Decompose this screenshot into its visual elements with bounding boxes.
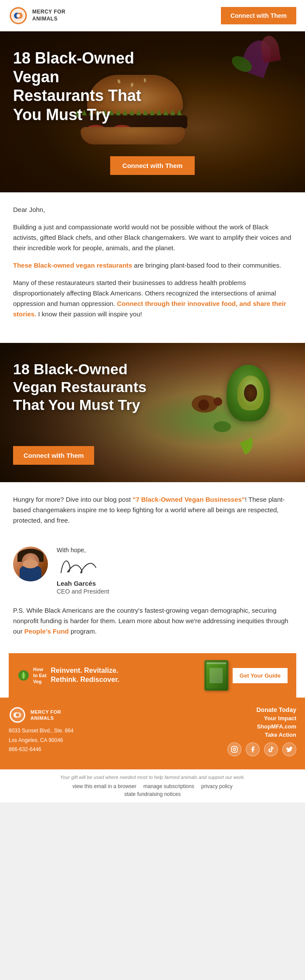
svg-point-15 — [236, 748, 236, 748]
view-email-link[interactable]: view this email in a browser — [72, 783, 136, 789]
footer-address-line1: 8033 Sunset Blvd., Ste. 864 — [9, 726, 74, 736]
hev-banner: How to Eat Veg Reinvent. Revitalize. Ret… — [9, 653, 296, 698]
ps-peoples-fund-link[interactable]: People's Fund — [24, 628, 69, 635]
subfooter-links: view this email in a browser manage subs… — [9, 783, 296, 789]
para2: These Black-owned vegan restaurants are … — [13, 260, 292, 271]
para1: Building a just and compassionate world … — [13, 222, 292, 253]
para3-end: I know their passion will inspire you! — [36, 310, 142, 318]
footer-logo-area: MERCY FOR ANIMALS — [9, 706, 74, 724]
para3: Many of these restaurateurs started thei… — [13, 278, 292, 319]
sig-script — [57, 555, 109, 577]
mfa-logo-icon — [9, 6, 28, 25]
footer-left: MERCY FOR ANIMALS 8033 Sunset Blvd., Ste… — [9, 706, 74, 755]
instagram-icon[interactable] — [227, 742, 241, 756]
footer-impact-link[interactable]: Your Impact — [227, 715, 296, 722]
footer-top: MERCY FOR ANIMALS 8033 Sunset Blvd., Ste… — [9, 706, 296, 756]
hero2-section: 18 Black-Owned Vegan Restaurants That Yo… — [0, 343, 305, 482]
subfooter: Your gift will be used where needed most… — [0, 769, 305, 802]
hev-book-image — [204, 660, 228, 691]
logo-text: MERCY FOR ANIMALS — [32, 9, 65, 22]
svg-point-14 — [233, 748, 235, 750]
blog-text-start: Hungry for more? Dive into our blog post — [13, 496, 132, 503]
blog-para: Hungry for more? Dive into our blog post… — [13, 494, 292, 526]
header-cta-button[interactable]: Connect with Them — [221, 7, 296, 24]
hero2-title: 18 Black-Owned Vegan Restaurants That Yo… — [13, 360, 148, 413]
leaf-icon — [17, 669, 30, 681]
signature-content: With hope, Leah Garcés CEO and President — [57, 547, 109, 595]
hero1-section: 18 Black-Owned Vegan Restaurants That Yo… — [0, 31, 305, 192]
hev-logo-area: How to Eat Veg — [17, 666, 47, 685]
hero1-title: 18 Black-Owned Vegan Restaurants That Yo… — [13, 49, 152, 124]
footer: MERCY FOR ANIMALS 8033 Sunset Blvd., Ste… — [0, 698, 305, 769]
sig-name: Leah Garcés — [57, 580, 109, 587]
tiktok-icon[interactable] — [264, 742, 278, 756]
twitter-icon[interactable] — [282, 742, 296, 756]
logo-area: MERCY FOR ANIMALS — [9, 6, 65, 25]
state-fundraising-link[interactable]: state fundraising notices — [124, 791, 180, 797]
body-text-section: Dear John, Building a just and compassio… — [0, 192, 305, 339]
avatar — [13, 547, 48, 581]
hev-get-guide-button[interactable]: Get Your Guide — [233, 668, 288, 683]
footer-address: 8033 Sunset Blvd., Ste. 864 Los Angeles,… — [9, 726, 74, 755]
footer-address-line2: Los Angeles, CA 90046 — [9, 736, 74, 745]
greeting: Dear John, — [13, 205, 292, 215]
footer-right: Donate Today Your Impact ShopMFA.com Tak… — [227, 706, 296, 756]
footer-shop-link[interactable]: ShopMFA.com — [227, 723, 296, 730]
hero1-cta-button[interactable]: Connect with Them — [110, 156, 195, 175]
hero2-cta-button[interactable]: Connect with Them — [13, 446, 94, 465]
footer-phone: 866-632-6446 — [9, 745, 74, 755]
footer-social — [227, 742, 296, 756]
para2-rest: are bringing plant-based food to their c… — [132, 262, 281, 269]
header: MERCY FOR ANIMALS Connect with Them — [0, 0, 305, 31]
blog-link[interactable]: "7 Black-Owned Vegan Businesses" — [132, 496, 245, 503]
footer-links: Donate Today Your Impact ShopMFA.com Tak… — [227, 706, 296, 738]
footer-donate-link[interactable]: Donate Today — [227, 706, 296, 713]
privacy-link[interactable]: privacy policy — [201, 783, 233, 789]
ps-section: P.S. While Black Americans are the count… — [0, 605, 305, 649]
subfooter-disclaimer: Your gift will be used where needed most… — [9, 775, 296, 780]
svg-rect-13 — [231, 746, 237, 752]
para2-link[interactable]: These Black-owned vegan restaurants — [13, 262, 132, 269]
footer-logo-text: MERCY FOR ANIMALS — [30, 709, 61, 722]
avatar-body — [20, 566, 41, 581]
sig-with-hope: With hope, — [57, 547, 109, 554]
signature-section: With hope, Leah Garcés CEO and President — [0, 538, 305, 605]
facebook-icon[interactable] — [246, 742, 260, 756]
hev-logo-text: How to Eat Veg — [33, 666, 47, 685]
subfooter-state-row: state fundraising notices — [9, 791, 296, 797]
hev-tagline: Reinvent. Revitalize. Rethink. Rediscove… — [51, 666, 200, 685]
footer-logo-icon — [9, 706, 26, 724]
blog-section: Hungry for more? Dive into our blog post… — [0, 482, 305, 538]
svg-point-12 — [16, 713, 19, 716]
svg-point-5 — [17, 14, 20, 17]
footer-action-link[interactable]: Take Action — [227, 732, 296, 738]
manage-subs-link[interactable]: manage subscriptions — [143, 783, 194, 789]
ps-text-end: program. — [69, 628, 97, 635]
sig-title: CEO and President — [57, 588, 109, 595]
